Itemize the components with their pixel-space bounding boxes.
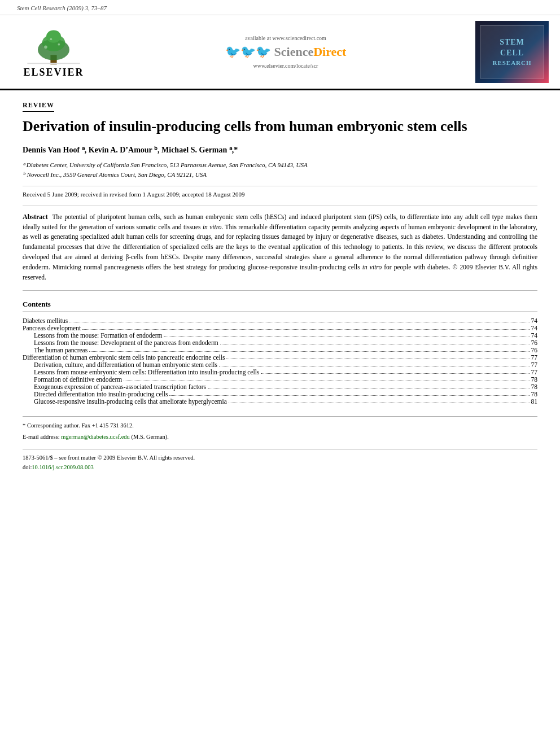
toc-text: Exogenous expression of pancreas-associa… [23, 383, 206, 390]
elsevier-tree-icon [25, 26, 82, 65]
email-suffix: (M.S. German). [132, 434, 169, 440]
authors: Dennis Van Hoof ᵃ, Kevin A. D’Amour ᵇ, M… [23, 145, 537, 155]
abstract-text: The potential of pluripotent human cells… [23, 213, 537, 281]
toc-text: Lessons from the mouse: Development of t… [23, 339, 218, 346]
journal-cover-inner: STEM CELL RESEARCH [480, 25, 544, 78]
sciencedirect-logo: 🐦🐦🐦 ScienceDirect [225, 45, 347, 59]
toc-fill [164, 337, 529, 337]
toc-fill [220, 344, 530, 344]
divider-1 [23, 206, 537, 206]
svg-point-5 [58, 43, 60, 45]
doi-link[interactable]: 10.1016/j.scr.2009.08.003 [32, 464, 93, 470]
author-list: Dennis Van Hoof ᵃ, Kevin A. D’Amour ᵇ, M… [23, 146, 238, 154]
toc-page: 81 [531, 398, 538, 405]
toc-item-pancreas-from-endoderm: Lessons from the mouse: Development of t… [23, 339, 537, 346]
footer-bottom: 1873-5061/$ – see front matter © 2009 El… [23, 449, 537, 473]
toc-text: The human pancreas [23, 347, 88, 353]
svg-rect-7 [27, 63, 80, 64]
toc-item-glucose-responsive: Glucose-responsive insulin-producing cel… [23, 398, 537, 405]
journal-cover-title: STEM CELL RESEARCH [492, 37, 531, 68]
toc-page: 77 [531, 361, 538, 368]
email-label: E-mail address: [23, 434, 60, 440]
abstract-section: Abstract The potential of pluripotent hu… [23, 212, 537, 283]
toc-fill [69, 322, 529, 322]
sd-text: ScienceDirect [274, 45, 347, 59]
elsevier-logo: ELSEVIER [11, 26, 96, 78]
toc-text: Formation of definitive endoderm [23, 376, 122, 383]
email-link[interactable]: mgerman@diabetes.ucsf.edu [61, 434, 130, 440]
abstract-content: Abstract The potential of pluripotent hu… [23, 212, 537, 283]
svg-point-3 [46, 30, 61, 42]
affiliation-b: ᵇ Novocell Inc., 3550 General Atomics Co… [23, 170, 537, 180]
footer-section: * Corresponding author. Fax +1 415 731 3… [23, 416, 537, 442]
elsevier-label: ELSEVIER [23, 67, 84, 78]
elsevier-url: www.elsevier.com/locate/scr [253, 63, 318, 69]
toc-text: Glucose-responsive insulin-producing cel… [23, 398, 227, 405]
corresponding-text: * Corresponding author. Fax +1 415 731 3… [23, 422, 134, 429]
toc-item-pancreas: Pancreas development 74 [23, 325, 537, 331]
toc-item-definitive-endoderm: Formation of definitive endoderm 78 [23, 376, 537, 383]
main-content: REVIEW Derivation of insulin-producing c… [0, 90, 560, 483]
affiliation-a: ᵃ Diabetes Center, University of Califor… [23, 160, 537, 171]
contents-title: Contents [23, 300, 537, 312]
toc-text: Pancreas development [23, 325, 81, 331]
toc-item-endoderm-formation: Lessons from the mouse: Formation of end… [23, 332, 537, 339]
journal-cover: STEM CELL RESEARCH [475, 21, 549, 83]
affiliations: ᵃ Diabetes Center, University of Califor… [23, 160, 537, 180]
toc-text: Directed differentiation into insulin-pr… [23, 391, 168, 397]
toc-fill [219, 366, 530, 366]
toc-page: 78 [531, 383, 538, 390]
section-label: REVIEW [23, 101, 54, 112]
received-dates: Received 5 June 2009; received in revise… [23, 186, 537, 198]
toc-list: Diabetes mellitus 74 Pancreas developmen… [23, 317, 537, 405]
citation-text: Stem Cell Research (2009) 3, 73–87 [17, 5, 107, 11]
toc-page: 74 [531, 317, 538, 324]
divider-2 [23, 290, 537, 291]
article-title: Derivation of insulin-producing cells fr… [23, 117, 537, 136]
toc-item-exogenous: Exogenous expression of pancreas-associa… [23, 383, 537, 390]
toc-page: 77 [531, 369, 538, 375]
email-note: E-mail address: mgerman@diabetes.ucsf.ed… [23, 433, 537, 442]
toc-fill [169, 395, 529, 396]
toc-text: Lessons from the mouse: Formation of end… [23, 332, 162, 339]
toc-text: Differentiation of human embryonic stem … [23, 354, 225, 361]
toc-fill [124, 381, 529, 381]
toc-item-directed: Directed differentiation into insulin-pr… [23, 391, 537, 397]
toc-page: 74 [531, 325, 538, 331]
toc-item-mouse-esc: Lessons from mouse embryonic stem cells:… [23, 369, 537, 375]
toc-fill [82, 329, 529, 330]
toc-page: 77 [531, 354, 538, 361]
toc-item-differentiation-hesc: Differentiation of human embryonic stem … [23, 354, 537, 361]
toc-text: Diabetes mellitus [23, 317, 68, 324]
toc-page: 78 [531, 391, 538, 397]
toc-item-derivation: Derivation, culture, and differentiation… [23, 361, 537, 368]
toc-page: 76 [531, 347, 538, 353]
top-bar: Stem Cell Research (2009) 3, 73–87 [0, 0, 560, 15]
toc-item-diabetes: Diabetes mellitus 74 [23, 317, 537, 324]
available-text: available at www.sciencedirect.com [245, 35, 326, 41]
toc-page: 78 [531, 376, 538, 383]
toc-item-human-pancreas: The human pancreas 76 [23, 347, 537, 353]
toc-page: 74 [531, 332, 538, 339]
toc-fill [89, 351, 529, 352]
corresponding-note: * Corresponding author. Fax +1 415 731 3… [23, 421, 537, 430]
journal-header: ELSEVIER available at www.sciencedirect.… [0, 15, 560, 90]
toc-fill [261, 373, 529, 374]
abstract-label: Abstract [23, 213, 48, 221]
doi-label: doi: [23, 464, 32, 470]
toc-fill [208, 388, 530, 388]
issn-text: 1873-5061/$ – see front matter © 2009 El… [23, 453, 537, 463]
toc-text: Derivation, culture, and differentiation… [23, 361, 217, 368]
svg-point-4 [44, 45, 47, 49]
svg-point-6 [50, 38, 52, 40]
page-wrapper: Stem Cell Research (2009) 3, 73–87 ELSEV… [0, 0, 560, 747]
sciencedirect-header: available at www.sciencedirect.com 🐦🐦🐦 S… [96, 35, 475, 69]
toc-fill [229, 403, 530, 403]
toc-page: 76 [531, 339, 538, 346]
sd-birds-icon: 🐦🐦🐦 [225, 45, 271, 59]
toc-text: Lessons from mouse embryonic stem cells:… [23, 369, 259, 375]
contents-section: Contents Diabetes mellitus 74 Pancreas d… [23, 300, 537, 405]
doi-text: doi:10.1016/j.scr.2009.08.003 [23, 463, 537, 473]
toc-fill [226, 359, 529, 359]
